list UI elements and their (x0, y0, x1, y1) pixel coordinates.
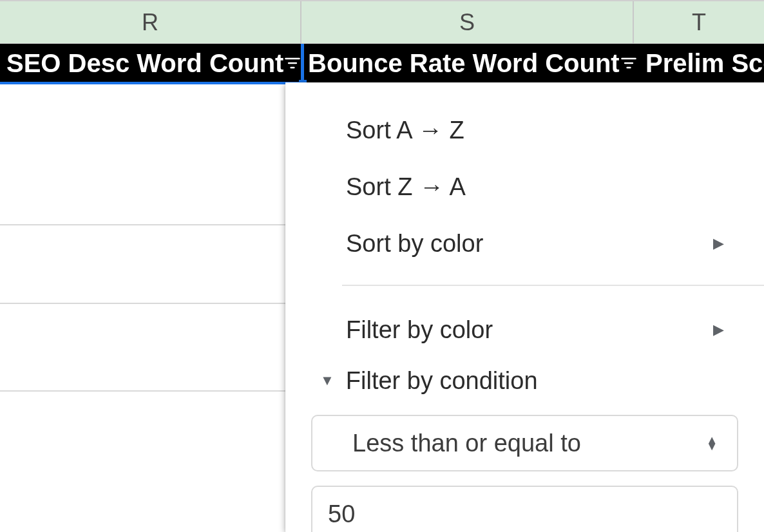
menu-sort-az[interactable]: Sort A → Z (285, 102, 764, 158)
field-label: Bounce Rate Word Count (308, 49, 620, 78)
select-stepper-icon: ▲▼ (706, 437, 718, 450)
condition-selected-label: Less than or equal to (352, 430, 581, 457)
selection-border (301, 44, 304, 84)
selection-border (0, 82, 303, 84)
filter-dropdown: Sort A → Z Sort Z → A Sort by color ▶ Fi… (285, 82, 764, 532)
field-header-prelim-score[interactable]: Prelim Score (634, 44, 764, 82)
menu-label: Sort by color (346, 230, 483, 258)
caret-down-icon: ▼ (320, 372, 334, 389)
menu-label: Filter by color (346, 316, 493, 344)
column-header-r[interactable]: R (0, 1, 301, 43)
field-header-seo-desc[interactable]: SEO Desc Word Count (0, 44, 301, 82)
menu-label: Sort A → Z (346, 117, 464, 144)
chevron-right-icon: ▶ (713, 235, 724, 252)
field-label: SEO Desc Word Count (6, 49, 283, 78)
field-header-row: SEO Desc Word Count Bounce Rate Word Cou… (0, 44, 764, 82)
column-letter: R (142, 9, 158, 36)
condition-select[interactable]: Less than or equal to ▲▼ (311, 415, 738, 471)
chevron-right-icon: ▶ (713, 321, 724, 338)
row-divider (0, 303, 285, 304)
field-header-bounce-rate[interactable]: Bounce Rate Word Count (301, 44, 634, 82)
menu-label: Filter by condition (346, 367, 538, 395)
condition-value-input[interactable] (327, 500, 723, 529)
column-letter: T (692, 9, 706, 36)
column-header-t[interactable]: T (634, 1, 764, 43)
menu-label: Sort Z → A (346, 173, 466, 201)
condition-value-input-wrapper[interactable] (311, 486, 738, 532)
menu-filter-by-condition[interactable]: ▼ Filter by condition (285, 358, 764, 403)
column-letter-row: R S T (0, 0, 764, 44)
row-divider (0, 224, 285, 225)
menu-separator (342, 285, 764, 286)
menu-sort-za[interactable]: Sort Z → A (285, 158, 764, 215)
field-label: Prelim Score (645, 49, 764, 78)
column-letter: S (459, 9, 475, 36)
menu-filter-by-color[interactable]: Filter by color ▶ (285, 301, 764, 358)
row-divider (0, 390, 285, 392)
filter-icon[interactable] (283, 54, 301, 72)
column-header-s[interactable]: S (301, 1, 634, 43)
menu-sort-by-color[interactable]: Sort by color ▶ (285, 215, 764, 272)
